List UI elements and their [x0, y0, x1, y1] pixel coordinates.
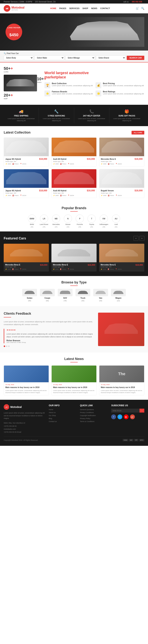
prev-arrow[interactable]: ‹	[134, 236, 138, 241]
dot-3[interactable]	[8, 346, 10, 347]
car-price-4: $16,000	[87, 189, 95, 192]
help-desc: Lorem ipsum dolor sit amet, consectetuer…	[76, 118, 108, 122]
brand-logo-audi: AU	[112, 214, 120, 223]
brand-mb[interactable]: MB Mercedes (24)	[52, 214, 60, 228]
footer-link-contact[interactable]: Contact us	[49, 420, 76, 422]
hero-section: LAND ROVER SPORT $450	[0, 13, 148, 50]
footer-link-blog[interactable]: Blog	[49, 418, 76, 420]
browse-count-van: (34)	[99, 300, 102, 302]
browse-title: Browse by Type	[4, 280, 144, 284]
subscribe-email-input[interactable]	[111, 409, 140, 412]
browse-divider	[70, 286, 78, 286]
news-date-2: 10 July, 2018	[101, 384, 143, 386]
car-name-3: Jaguar M1 Hybrid	[5, 190, 21, 192]
featured-header: Featured Cars ‹ ›	[4, 236, 144, 241]
search-icon[interactable]: 🔍	[141, 7, 144, 10]
brand-count-nissan: (34)	[67, 226, 69, 228]
footer-qlink-terms[interactable]: Terms & Conditions	[80, 420, 107, 422]
select-body[interactable]: Select Body	[4, 56, 33, 60]
nav-arrows: ‹ ›	[134, 236, 144, 241]
browse-icon-truck	[75, 289, 90, 296]
select-mileage[interactable]: Select Mileage	[65, 56, 95, 60]
brand-count-audi: (33)	[115, 226, 117, 228]
pricing-desc: Lorem ipsum dolor sit amet, consectetuer…	[103, 84, 144, 87]
next-arrow[interactable]: ›	[140, 236, 144, 241]
cart-icon[interactable]: 🛒	[136, 7, 139, 10]
footer-link-home[interactable]: Home	[49, 409, 76, 410]
brand-name-nissan: Nissan	[65, 224, 71, 225]
brand-bmw[interactable]: BMW BMW (30)	[28, 214, 36, 228]
brand-audi[interactable]: AU Audi (33)	[112, 214, 120, 228]
testimonial-author: Richer Branson	[6, 340, 94, 342]
services-strip: 🚚 Free Shipping Lorem ipsum dolor sit am…	[0, 105, 148, 126]
nav-news[interactable]: NEWS	[91, 7, 97, 10]
featured-car-meta-1: ⚡ 2009 ⛽ Petrol 📍 20234	[53, 268, 95, 270]
news-article-title-2[interactable]: Main reasons to buy luxury car in 2018	[101, 386, 143, 389]
select-brand[interactable]: Select Brand	[96, 56, 126, 60]
googleplus-icon[interactable]: g+	[130, 414, 135, 419]
brand-porsche[interactable]: P Porsche (26)	[76, 214, 84, 228]
collection-title: Latest Collection	[4, 130, 31, 134]
browse-count-coupe: (56)	[46, 300, 49, 302]
stat-cars-label: CARS	[4, 71, 41, 73]
news-img-1	[52, 366, 96, 382]
gifts-name: Sure Gift Packs	[118, 115, 135, 117]
news-body-0: 10 July, 2018 Main reasons to buy luxury…	[4, 382, 49, 395]
browse-suv[interactable]: SUV (78)	[58, 289, 73, 302]
brand-name-vw: Volkswagen	[99, 224, 108, 225]
brand-lr[interactable]: LR Land Rover (25)	[40, 214, 49, 228]
brand-vw[interactable]: VW Volkswagen (28)	[99, 214, 108, 228]
subscribe-button[interactable]: →	[140, 409, 144, 412]
browse-van[interactable]: Van (34)	[93, 289, 108, 302]
footer-link-about[interactable]: About Us	[49, 412, 76, 414]
brands-section: Popular Brands BMW BMW (30) LR Land Rove…	[0, 202, 148, 232]
brand-nissan[interactable]: N Nissan (34)	[64, 214, 72, 228]
testimonial-role: Vice Chairman of NBC Group	[6, 342, 94, 343]
car-meta-2: ⚡ 2009 ⛽ Petrol 📍 20234	[101, 163, 143, 165]
top-bar: Premier Services | 10AM - 8:00PM 155 Sto…	[0, 0, 148, 4]
nav-pages[interactable]: PAGES	[59, 7, 66, 10]
car-price-2: $18,000	[135, 158, 143, 160]
browse-coupe[interactable]: Coupe (56)	[40, 289, 55, 302]
car-price-1: $16,000	[87, 158, 95, 160]
footer-qlink-privacy-cond[interactable]: Privacy Conditions	[80, 412, 107, 414]
select-make[interactable]: Select Make	[34, 56, 64, 60]
featured-body-0: Mercedez Benz E $18,000 Sedan type: 300 …	[4, 262, 49, 272]
facebook-icon[interactable]: f	[111, 414, 116, 419]
nav-shop[interactable]: SHOP	[82, 7, 88, 10]
nav-home[interactable]: HOME	[50, 7, 56, 10]
search-button[interactable]: SEARCH CAR	[127, 56, 144, 60]
stat-staff: 20++ Staff	[4, 93, 41, 100]
footer-quick-link: Quick Link General Questions Privacy Con…	[80, 404, 107, 434]
nav-services[interactable]: SERVICES	[69, 7, 79, 10]
logo[interactable]: 🏎 Motodeal MOTORS	[4, 5, 24, 12]
brand-toyota[interactable]: T Toyota (40)	[87, 214, 96, 228]
car-card-body-1: Audi A8 Hybrid $16,000 Sedan type: 300 ⚡…	[52, 156, 96, 166]
news-img-0	[4, 366, 49, 382]
browse-truck[interactable]: Truck (45)	[75, 289, 90, 302]
all-cars-button[interactable]: ALL CARS	[132, 131, 144, 134]
browse-sedan[interactable]: Sedan (90)	[22, 289, 37, 302]
car-card-5: Bugatti Venom $18,000 Sedan type: 300 ⚡ …	[99, 169, 144, 198]
phone-number[interactable]: 095 956 938	[132, 1, 142, 3]
footer-qlink-copyright[interactable]: Copyright Notification	[80, 414, 107, 416]
feature-pricing: 💰 Best Pricing Lorem ipsum dolor sit ame…	[95, 82, 144, 88]
feedback-text: Clients Feedback Lorem ipsum dolor sit a…	[4, 312, 94, 347]
nav-contact[interactable]: CONTACT	[100, 7, 110, 10]
car-meta-1: ⚡ 2009 ⛽ Petrol 📍 20234	[53, 163, 95, 165]
news-article-title-0[interactable]: Main reasons to buy luxury car in 2018	[5, 386, 47, 389]
collection-title: Best Collection	[52, 82, 93, 84]
footer-link-shop[interactable]: Our Shop	[49, 414, 76, 416]
dot-1[interactable]	[4, 346, 5, 347]
youtube-icon[interactable]: ▶	[124, 414, 129, 419]
footer-qlink-general[interactable]: General Questions	[80, 409, 107, 410]
dot-2[interactable]	[6, 346, 7, 347]
news-article-title-1[interactable]: Main reasons to buy luxury car in 2018	[53, 386, 95, 389]
twitter-icon[interactable]: t	[117, 414, 122, 419]
footer-our-info: Our Info Home About Us Our Shop Blog Con…	[49, 404, 76, 434]
car-name-1: Audi A8 Hybrid	[53, 158, 67, 160]
car-image-placeholder	[4, 75, 37, 92]
browse-name-van: Van	[99, 297, 102, 299]
browse-wagon[interactable]: Wagon (22)	[111, 289, 126, 302]
footer-qlink-privacy[interactable]: Privacy Policy	[80, 418, 107, 420]
